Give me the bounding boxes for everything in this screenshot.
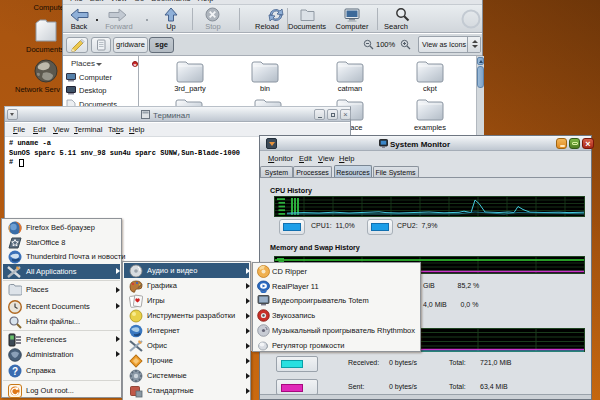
svg-text:?: ? [12, 365, 18, 376]
